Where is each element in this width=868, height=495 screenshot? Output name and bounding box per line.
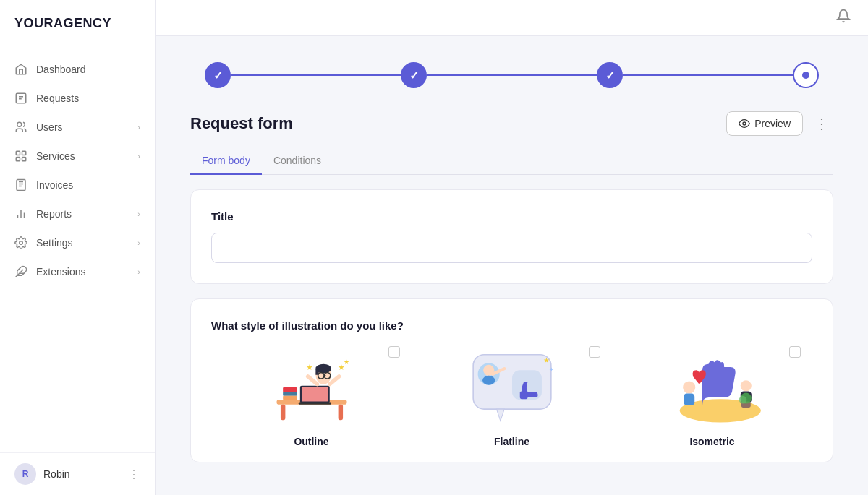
step-1: ✓	[205, 62, 231, 88]
sidebar-item-invoices[interactable]: Invoices	[0, 171, 155, 199]
sidebar-item-label-dashboard: Dashboard	[36, 64, 86, 75]
chevron-right-icon-reports: ›	[137, 210, 140, 218]
extensions-icon	[14, 265, 27, 278]
sidebar-item-label-requests: Requests	[36, 92, 79, 104]
svg-marker-32	[496, 409, 504, 421]
progress-steps: ✓ ✓ ✓	[190, 62, 833, 88]
services-icon	[14, 150, 27, 163]
svg-rect-4	[16, 158, 20, 161]
svg-point-48	[739, 396, 746, 404]
svg-rect-13	[338, 405, 342, 421]
step-line-1	[231, 74, 401, 76]
flatline-image: ★ ✦	[461, 346, 563, 426]
option-outline[interactable]: ★ ★ ★ Outline	[211, 346, 412, 447]
illustration-question: What style of illustration do you like?	[211, 319, 812, 332]
app-logo: YOURAGENCY	[0, 0, 155, 46]
svg-point-10	[743, 122, 746, 125]
sidebar-item-reports[interactable]: Reports ›	[0, 199, 155, 228]
sidebar-nav: Dashboard Requests Users ›	[0, 46, 155, 452]
form-tabs: Form body Conditions	[190, 147, 833, 175]
sidebar: YOURAGENCY Dashboard Requests	[0, 0, 156, 495]
sidebar-item-label-invoices: Invoices	[36, 179, 73, 191]
svg-rect-15	[283, 392, 297, 396]
step-line-2	[427, 74, 597, 76]
option-outline-label: Outline	[294, 436, 328, 447]
svg-line-23	[307, 376, 317, 384]
notification-icon[interactable]	[836, 9, 851, 27]
settings-icon	[14, 236, 27, 249]
svg-text:★: ★	[306, 363, 313, 371]
content-area: ✓ ✓ ✓ Request form Preview ⋮ F	[156, 36, 868, 495]
svg-line-24	[329, 376, 339, 384]
sidebar-item-settings[interactable]: Settings ›	[0, 228, 155, 257]
sidebar-footer: R Robin ⋮	[0, 452, 155, 495]
form-actions: Preview ⋮	[726, 111, 833, 136]
avatar: R	[14, 463, 36, 485]
form-more-button[interactable]: ⋮	[810, 112, 833, 135]
user-info: R Robin	[14, 463, 70, 485]
form-title: Request form	[190, 114, 293, 133]
chevron-right-icon-services: ›	[137, 152, 140, 160]
svg-rect-19	[298, 403, 331, 405]
svg-point-7	[20, 241, 23, 245]
chevron-right-icon-extensions: ›	[137, 267, 140, 276]
step-line-3	[623, 74, 793, 76]
tab-form-body[interactable]: Form body	[190, 147, 262, 175]
users-icon	[14, 121, 27, 134]
svg-rect-14	[283, 387, 297, 392]
sidebar-item-users[interactable]: Users ›	[0, 113, 155, 142]
illustration-options: ★ ★ ★ Outline	[211, 346, 812, 447]
svg-text:★: ★	[344, 358, 349, 366]
sidebar-item-label-settings: Settings	[36, 237, 73, 249]
title-field-card: Title	[190, 189, 833, 284]
svg-rect-2	[16, 151, 20, 155]
sidebar-item-services[interactable]: Services ›	[0, 142, 155, 171]
chevron-right-icon-settings: ›	[137, 238, 140, 247]
svg-point-44	[740, 380, 751, 391]
svg-point-42	[683, 382, 695, 394]
step-3: ✓	[597, 62, 623, 88]
preview-button[interactable]: Preview	[726, 111, 803, 136]
home-icon	[14, 63, 27, 76]
svg-rect-43	[684, 394, 694, 405]
sidebar-item-requests[interactable]: Requests	[0, 84, 155, 113]
svg-rect-5	[22, 158, 26, 161]
checkbox-isometric[interactable]	[789, 346, 801, 358]
svg-text:✦: ✦	[548, 367, 553, 374]
step-2: ✓	[401, 62, 427, 88]
title-input[interactable]	[211, 233, 812, 263]
requests-icon	[14, 92, 27, 105]
svg-point-35	[482, 376, 495, 385]
step-4	[793, 62, 819, 88]
illustration-card: What style of illustration do you like?	[190, 298, 833, 462]
sidebar-item-dashboard[interactable]: Dashboard	[0, 55, 155, 84]
eye-icon	[739, 118, 750, 129]
sidebar-item-label-extensions: Extensions	[36, 266, 85, 277]
chevron-right-icon-users: ›	[137, 123, 140, 132]
outline-image: ★ ★ ★	[261, 346, 362, 426]
svg-rect-3	[22, 151, 26, 155]
option-isometric[interactable]: Isometric	[612, 346, 812, 447]
isometric-image	[662, 346, 763, 426]
svg-rect-38	[519, 392, 527, 400]
tab-conditions[interactable]: Conditions	[262, 147, 333, 175]
option-isometric-label: Isometric	[689, 436, 734, 447]
option-flatline-label: Flatline	[494, 436, 529, 447]
form-header: Request form Preview ⋮	[190, 111, 833, 136]
username: Robin	[43, 468, 70, 480]
checkbox-flatline[interactable]	[589, 346, 600, 358]
checkbox-outline[interactable]	[388, 346, 400, 358]
user-more-button[interactable]: ⋮	[128, 468, 140, 481]
svg-rect-18	[302, 387, 328, 401]
option-flatline[interactable]: ★ ✦ Flatline	[412, 346, 612, 447]
svg-point-1	[17, 122, 22, 126]
invoices-icon	[14, 178, 27, 191]
reports-icon	[14, 207, 27, 220]
sidebar-item-label-users: Users	[36, 121, 63, 133]
svg-rect-12	[280, 405, 284, 421]
title-field-label: Title	[211, 210, 812, 223]
svg-text:★: ★	[543, 356, 550, 364]
main: ✓ ✓ ✓ Request form Preview ⋮ F	[156, 0, 868, 495]
topbar	[156, 0, 868, 36]
sidebar-item-extensions[interactable]: Extensions ›	[0, 257, 155, 286]
